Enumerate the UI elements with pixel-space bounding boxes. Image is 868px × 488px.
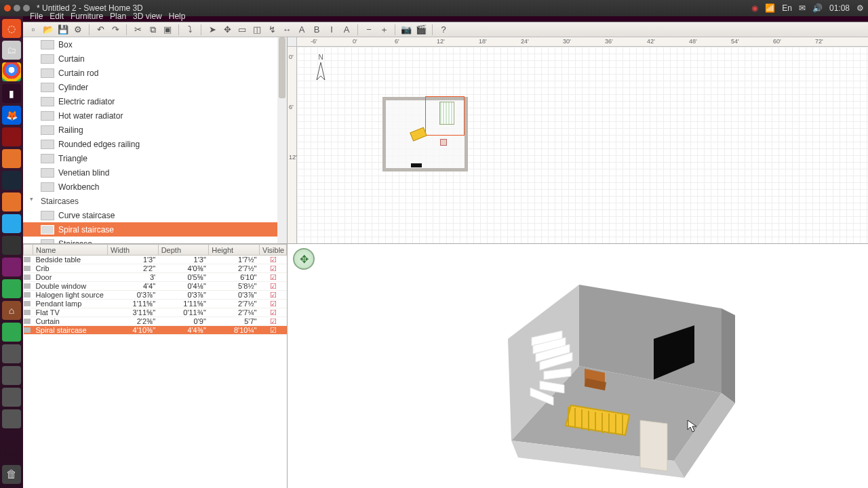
device-icon[interactable]: [2, 344, 21, 363]
column-header[interactable]: Name: [33, 245, 108, 256]
sweethome3d-icon[interactable]: ⌂: [2, 301, 21, 320]
chrome-icon[interactable]: [2, 62, 21, 81]
furniture-catalog-tree[interactable]: BoxCurtainCurtain rodCylinderElectric ra…: [23, 37, 288, 244]
dash-icon[interactable]: ◌: [2, 19, 21, 38]
app-icon[interactable]: [2, 192, 21, 211]
row-visible-checkbox[interactable]: ☑: [260, 300, 287, 308]
plan-view[interactable]: -6'0'6'12'18'24'30'36'42'48'54'60'72' 0'…: [288, 37, 868, 244]
menu-help[interactable]: Help: [169, 12, 186, 21]
import-icon[interactable]: ⤵: [184, 24, 196, 36]
catalog-item[interactable]: Staircase: [23, 237, 287, 244]
row-visible-checkbox[interactable]: ☑: [260, 264, 287, 273]
wall-icon[interactable]: ▭: [236, 24, 248, 36]
font-icon[interactable]: A: [340, 24, 353, 36]
table-row[interactable]: Pendant lamp1'11⅝"1'11⅝"2'7½"☑: [24, 300, 287, 308]
column-header[interactable]: Visible: [260, 245, 287, 256]
row-visible-checkbox[interactable]: ☑: [260, 326, 287, 335]
table-row[interactable]: Flat TV3'11⅝"0'11¾"2'7¼"☑: [24, 308, 287, 317]
app-icon[interactable]: [2, 323, 21, 342]
bold-icon[interactable]: B: [311, 24, 323, 36]
files-icon[interactable]: 🗂: [2, 41, 21, 60]
row-visible-checkbox[interactable]: ☑: [260, 317, 287, 326]
pan-icon[interactable]: ✥: [221, 24, 233, 36]
keyboard-indicator[interactable]: En: [782, 3, 792, 13]
catalog-item[interactable]: Spiral staircase: [23, 222, 287, 237]
catalog-item[interactable]: Curve staircase: [23, 208, 287, 222]
radiator-plan-icon[interactable]: [439, 102, 454, 125]
catalog-item[interactable]: Triangle: [23, 151, 287, 165]
app-icon[interactable]: [2, 258, 21, 277]
table-row[interactable]: Door3'0'5⅝"6'10"☑: [24, 273, 287, 282]
zoom-in-icon[interactable]: ＋: [378, 24, 390, 36]
network-indicator-icon[interactable]: 📶: [765, 3, 775, 13]
window-close-button[interactable]: [4, 5, 11, 12]
app-icon[interactable]: [2, 127, 21, 146]
table-row[interactable]: Curtain2'2⅜"0'9"5'7"☑: [24, 317, 287, 326]
video-icon[interactable]: 🎬: [415, 24, 427, 36]
catalog-item[interactable]: Workbench: [23, 180, 287, 194]
system-monitor-icon[interactable]: [2, 236, 21, 255]
menu-edit[interactable]: Edit: [50, 12, 64, 21]
update-indicator-icon[interactable]: ◉: [751, 3, 758, 13]
catalog-item[interactable]: Curtain rod: [23, 66, 287, 80]
row-visible-checkbox[interactable]: ☑: [260, 273, 287, 282]
row-visible-checkbox[interactable]: ☑: [260, 282, 287, 291]
steam-icon[interactable]: [2, 171, 21, 190]
menu-file[interactable]: File: [30, 12, 43, 21]
clock[interactable]: 01:08: [829, 3, 850, 13]
catalog-item[interactable]: Electric radiator: [23, 94, 287, 108]
firefox-icon[interactable]: 🦊: [2, 106, 21, 125]
undo-icon[interactable]: ↶: [94, 24, 106, 36]
bedside-plan-icon[interactable]: [440, 139, 447, 146]
3d-view[interactable]: ✥: [288, 244, 868, 488]
menu-plan[interactable]: Plan: [110, 12, 126, 21]
window-minimize-button[interactable]: [14, 5, 20, 12]
copy-icon[interactable]: ⧉: [146, 24, 159, 36]
furniture-table[interactable]: NameWidthDepthHeightVisible Bedside tabl…: [23, 244, 288, 488]
compass[interactable]: N: [311, 54, 331, 83]
app-icon[interactable]: [2, 279, 21, 298]
redo-icon[interactable]: ↷: [109, 24, 121, 36]
select-icon[interactable]: ➤: [206, 24, 218, 36]
save-icon[interactable]: 💾: [57, 24, 69, 36]
messages-indicator-icon[interactable]: ✉: [799, 3, 806, 13]
menu-3dview[interactable]: 3D view: [133, 12, 162, 21]
text-icon[interactable]: A: [296, 24, 308, 36]
column-header[interactable]: Height: [209, 245, 260, 256]
column-header[interactable]: Depth: [158, 245, 209, 256]
table-row[interactable]: Bedside table1'3"1'3"1'7½"☑: [24, 256, 287, 264]
terminal-icon[interactable]: ▮: [2, 84, 21, 103]
column-header[interactable]: Width: [108, 245, 159, 256]
zoom-out-icon[interactable]: −: [363, 24, 375, 36]
row-visible-checkbox[interactable]: ☑: [260, 256, 287, 264]
tv-plan-icon[interactable]: [411, 163, 422, 167]
room-icon[interactable]: ◫: [251, 24, 263, 36]
catalog-item[interactable]: Hot water radiator: [23, 108, 287, 123]
catalog-item[interactable]: Railing: [23, 123, 287, 137]
catalog-item[interactable]: Box: [23, 37, 287, 52]
catalog-item[interactable]: Cylinder: [23, 80, 287, 94]
photo-icon[interactable]: 📷: [400, 24, 412, 36]
table-row[interactable]: Halogen light source0'3⅞"0'3⅞"0'3⅞"☑: [24, 291, 287, 300]
new-icon[interactable]: ▫: [27, 24, 39, 36]
row-visible-checkbox[interactable]: ☑: [260, 291, 287, 300]
app-icon[interactable]: [2, 149, 21, 168]
catalog-item[interactable]: Venetian blind: [23, 165, 287, 180]
device-icon[interactable]: [2, 366, 21, 385]
catalog-item[interactable]: Rounded edges railing: [23, 137, 287, 151]
device-icon[interactable]: [2, 409, 21, 428]
catalog-scrollbar[interactable]: [277, 37, 287, 243]
table-row[interactable]: Crib2'2"4'0⅜"2'7½"☑: [24, 264, 287, 273]
paste-icon[interactable]: ▣: [161, 24, 174, 36]
telegram-icon[interactable]: [2, 214, 21, 233]
session-indicator-icon[interactable]: ⚙: [856, 3, 864, 13]
table-row[interactable]: Double window4'4"0'4⅛"5'8½"☑: [24, 282, 287, 291]
row-visible-checkbox[interactable]: ☑: [260, 308, 287, 317]
polyline-icon[interactable]: ↯: [266, 24, 278, 36]
dimension-icon[interactable]: ↔: [281, 24, 293, 36]
catalog-category[interactable]: Staircases: [23, 194, 287, 208]
cut-icon[interactable]: ✂: [132, 24, 144, 36]
sound-indicator-icon[interactable]: 🔊: [812, 3, 823, 13]
table-row[interactable]: Spiral staircase4'10⅜"4'4⅜"8'10¼"☑: [24, 326, 287, 335]
menu-furniture[interactable]: Furniture: [71, 12, 103, 21]
